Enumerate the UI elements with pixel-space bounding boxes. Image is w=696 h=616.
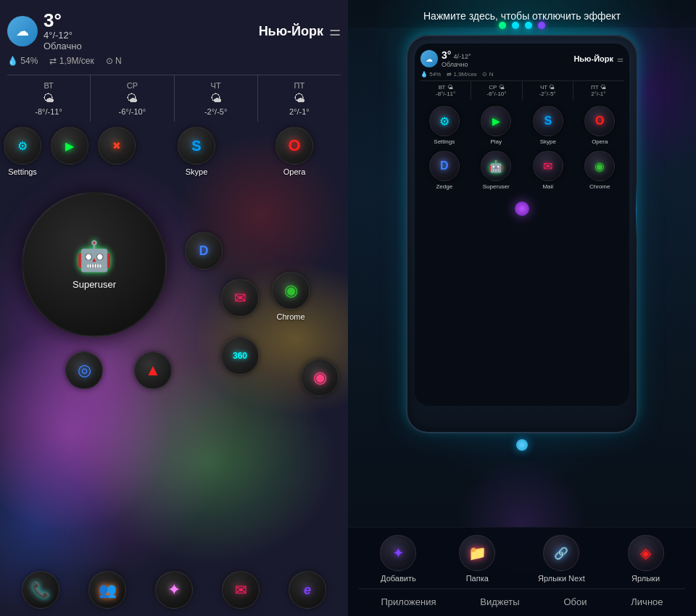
tab-wallpapers[interactable]: Обои bbox=[558, 595, 592, 609]
wind: ⇄ 1,9M/сек bbox=[49, 56, 94, 66]
dock-browser[interactable]: e bbox=[289, 571, 326, 609]
phone-app-settings[interactable]: ⚙ Settings bbox=[420, 106, 468, 145]
humidity: 💧 54% bbox=[7, 56, 38, 66]
action-buttons-row: ✦ Добавить 📁 Папка 🔗 Ярлыки Next ◈ bbox=[359, 535, 685, 583]
phone-screen: ☁ 3° 4/-12° Облачно Нью-Йорк ⚌ bbox=[415, 43, 629, 406]
folder-icon: 📁 bbox=[468, 544, 486, 562]
bottom-nav: Приложения Виджеты Обои Личное bbox=[359, 588, 685, 609]
add-label: Добавить bbox=[381, 574, 416, 583]
right-panel: Нажмите здесь, чтобы отключить эффект ☁ bbox=[348, 0, 696, 616]
superuser-icon: 🤖 bbox=[76, 239, 112, 273]
temperature: 3° bbox=[44, 11, 82, 30]
settings-icon: ⚙ bbox=[17, 139, 28, 153]
dock-launcher[interactable]: ✦ bbox=[155, 571, 193, 609]
led-teal-2 bbox=[525, 22, 532, 29]
app-glow2[interactable]: ◉ bbox=[301, 359, 339, 396]
settings-sliders-icon[interactable]: ⚌ bbox=[329, 23, 341, 39]
temp-range: 4°/-12° bbox=[44, 30, 82, 41]
app-icons-area: ⚙ Settings ▶ ✖ S Skype O bbox=[0, 127, 348, 544]
phone-cloud-icon: ☁ bbox=[420, 50, 438, 67]
phone-temp: 3° bbox=[442, 49, 451, 61]
left-panel: ☁ 3° 4°/-12° Облачно Нью-Йорк ⚌ 💧 54% ⇄ … bbox=[0, 0, 348, 616]
phone-app-chrome[interactable]: ◉ Chrome bbox=[576, 151, 624, 190]
circle-icon: ◎ bbox=[78, 361, 91, 380]
phone-forecast: ВТ 🌤 -8°/-11° СР 🌤 -6°/-10° ЧТ 🌤 -2°/-5°… bbox=[420, 80, 624, 100]
phone-outer: ☁ 3° 4/-12° Облачно Нью-Йорк ⚌ bbox=[406, 35, 638, 433]
weather-widget: ☁ 3° 4°/-12° Облачно Нью-Йорк ⚌ 💧 54% ⇄ … bbox=[7, 11, 341, 122]
add-icon: ✦ bbox=[392, 544, 405, 562]
app-play[interactable]: ▶ bbox=[51, 127, 88, 165]
wind-dir: ⊙ N bbox=[106, 56, 122, 66]
forecast-day-0: ВТ 🌤 -8°/-11° bbox=[7, 75, 91, 122]
app-glow1[interactable]: ◎ bbox=[65, 351, 103, 389]
opera-icon: O bbox=[288, 136, 300, 155]
chrome-icon: ◉ bbox=[284, 281, 298, 300]
app-zedge[interactable]: D bbox=[185, 232, 223, 270]
forecast-row: ВТ 🌤 -8°/-11° СР 🌤 -6°/-10° ЧТ 🌤 -2°/-5°… bbox=[7, 75, 341, 122]
phone-app-grid-row2: D Zedge 🤖 Superuser ✉ Mail bbox=[420, 151, 624, 190]
side-light bbox=[636, 181, 638, 239]
city-name: Нью-Йорк bbox=[259, 24, 323, 39]
shortcuts-icon: ◈ bbox=[640, 544, 651, 562]
app-360[interactable]: 360 bbox=[221, 337, 259, 375]
app-opera[interactable]: O Opera bbox=[276, 127, 313, 176]
phone-weather: ☁ 3° 4/-12° Облачно Нью-Йорк ⚌ bbox=[420, 49, 624, 68]
app-settings[interactable]: ⚙ Settings bbox=[4, 127, 41, 176]
action-shortcuts[interactable]: ◈ Ярлыки bbox=[628, 535, 664, 583]
phone-app-play[interactable]: ▶ Play bbox=[473, 106, 521, 145]
app-skype[interactable]: S Skype bbox=[178, 127, 215, 176]
tab-apps[interactable]: Приложения bbox=[375, 595, 442, 609]
app-close[interactable]: ✖ bbox=[98, 127, 136, 165]
glow2-icon: ◉ bbox=[313, 368, 327, 387]
forecast-day-3: ПТ 🌤 2°/-1° bbox=[258, 75, 341, 122]
weather-desc: Облачно bbox=[44, 41, 82, 51]
phone-stats: 💧 54% ⇄ 1,9M/сек ⊙ N bbox=[420, 71, 624, 78]
action-folder[interactable]: 📁 Папка bbox=[459, 535, 495, 583]
tab-widgets[interactable]: Виджеты bbox=[474, 595, 525, 609]
skype-icon: S bbox=[191, 138, 201, 154]
close-icon: ✖ bbox=[112, 140, 121, 151]
below-phone-glow bbox=[516, 439, 528, 451]
phone-app-opera[interactable]: O Opera bbox=[576, 106, 624, 145]
teal-dot bbox=[516, 439, 528, 451]
app-mail[interactable]: ✉ bbox=[221, 279, 259, 317]
phone-temp-range: 4/-12° bbox=[453, 53, 471, 60]
led-teal-1 bbox=[512, 22, 519, 29]
phone-app-mail[interactable]: ✉ Mail bbox=[524, 151, 572, 190]
phone-app-skype[interactable]: S Skype bbox=[524, 106, 572, 145]
phone-app-zedge[interactable]: D Zedge bbox=[420, 151, 468, 190]
play-icon: ▶ bbox=[65, 139, 74, 153]
superuser-label: Superuser bbox=[72, 279, 116, 290]
led-blue bbox=[538, 22, 545, 29]
phone-glow-dot bbox=[515, 201, 529, 216]
phone-glow-dot-container bbox=[420, 196, 624, 222]
phone-leds bbox=[499, 22, 545, 29]
app-superuser-large[interactable]: 🤖 Superuser bbox=[22, 192, 167, 337]
bottom-dock: 📞 👥 ✦ ✉ e bbox=[0, 571, 348, 609]
tab-personal[interactable]: Личное bbox=[625, 595, 668, 609]
phone-app-superuser[interactable]: 🤖 Superuser bbox=[473, 151, 521, 190]
bottom-actions: ✦ Добавить 📁 Папка 🔗 Ярлыки Next ◈ bbox=[348, 527, 696, 616]
shortcuts-next-icon: 🔗 bbox=[554, 546, 568, 560]
phone-app-grid-row1: ⚙ Settings ▶ Play S Skype bbox=[420, 106, 624, 145]
dock-people[interactable]: 👥 bbox=[88, 571, 126, 609]
shortcuts-next-label: Ярлыки Next bbox=[538, 574, 585, 583]
arrow-icon: ▲ bbox=[145, 361, 161, 380]
phone-mockup: ☁ 3° 4/-12° Облачно Нью-Йорк ⚌ bbox=[348, 28, 696, 527]
action-shortcuts-next[interactable]: 🔗 Ярлыки Next bbox=[538, 535, 585, 583]
weather-icon: ☁ bbox=[7, 16, 38, 46]
shortcuts-label: Ярлыки bbox=[631, 574, 660, 583]
action-add[interactable]: ✦ Добавить bbox=[380, 535, 416, 583]
forecast-day-2: ЧТ 🌤 -2°/-5° bbox=[175, 75, 258, 122]
app-arrow[interactable]: ▲ bbox=[134, 351, 172, 389]
phone-desc: Облачно bbox=[442, 61, 471, 68]
forecast-day-1: СР 🌤 -6°/-10° bbox=[91, 75, 174, 122]
dock-phone[interactable]: 📞 bbox=[22, 571, 59, 609]
mail-icon: ✉ bbox=[234, 289, 246, 307]
app-chrome[interactable]: ◉ Chrome bbox=[272, 272, 310, 321]
folder-label: Папка bbox=[466, 574, 489, 583]
dock-mail[interactable]: ✉ bbox=[222, 571, 260, 609]
led-green bbox=[499, 22, 506, 29]
zedge-icon: D bbox=[199, 244, 209, 259]
weather-stats: 💧 54% ⇄ 1,9M/сек ⊙ N bbox=[7, 56, 341, 66]
